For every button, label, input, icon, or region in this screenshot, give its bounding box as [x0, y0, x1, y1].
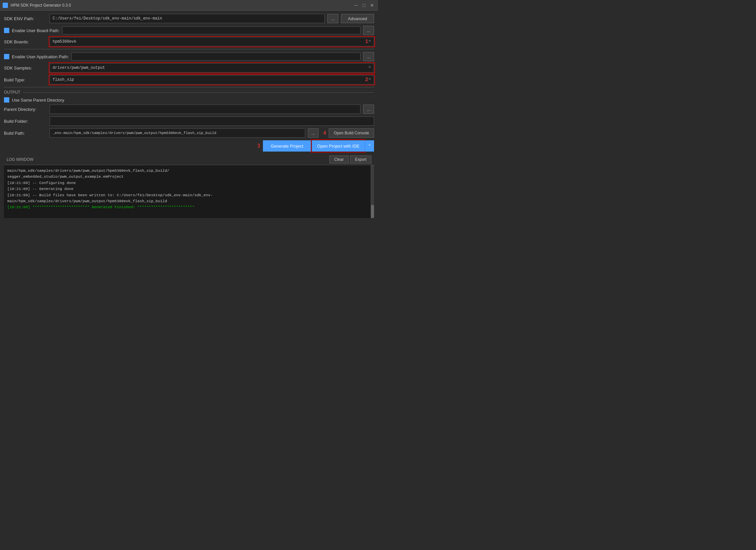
- build-type-badge: 2: [365, 77, 368, 83]
- sdk-env-label: SDK ENV Path:: [4, 16, 47, 21]
- log-section: LOG WINDOW Clear Export main/hpm_sdk/sam…: [4, 154, 374, 218]
- log-window: main/hpm_sdk/samples/drivers/pwm/pwm_out…: [4, 165, 371, 218]
- window-title: HPM SDK Project Generator 0.3.0: [11, 3, 353, 8]
- user-board-label: Enable User Board Path:: [12, 28, 60, 33]
- log-line-5: [19:21:09] -- Build files have been writ…: [7, 192, 367, 204]
- user-app-label: Enable User Application Path:: [12, 54, 69, 59]
- output-title: OUTPUT: [4, 90, 20, 95]
- sdk-samples-chevron-icon: ⌃: [368, 65, 371, 71]
- build-type-label: Build Type:: [4, 77, 47, 82]
- generate-project-button[interactable]: Generate Project: [263, 140, 311, 151]
- open-project-group: Open Project with IDE ⌃: [312, 140, 374, 151]
- build-path-browse-button[interactable]: ...: [308, 128, 319, 138]
- build-type-row: Build Type: flash_xip 2 ⌃: [4, 75, 374, 84]
- user-board-checkbox[interactable]: [4, 28, 9, 33]
- title-bar: HPM SDK Project Generator 0.3.0 ─ □ ✕: [0, 0, 378, 11]
- sdk-boards-chevron-icon: ⌃: [368, 39, 371, 45]
- open-build-console-button[interactable]: Open Build Console: [329, 128, 374, 138]
- window-controls: ─ □ ✕: [353, 2, 375, 9]
- app-icon: [3, 3, 8, 8]
- build-folder-label: Build Folder:: [4, 119, 47, 124]
- minimize-button[interactable]: ─: [353, 2, 359, 9]
- log-header: LOG WINDOW Clear Export: [4, 154, 374, 165]
- log-buttons: Clear Export: [329, 155, 371, 163]
- build-path-label: Build Path:: [4, 131, 47, 136]
- user-board-browse-button[interactable]: ...: [363, 26, 374, 35]
- clear-button[interactable]: Clear: [329, 155, 349, 163]
- log-outer: main/hpm_sdk/samples/drivers/pwm/pwm_out…: [4, 165, 374, 218]
- sdk-samples-value: drivers/pwm/pwm_output: [53, 65, 368, 70]
- log-line-green: [19:21:09] ************************* Gen…: [7, 204, 367, 210]
- output-header: OUTPUT: [4, 90, 374, 95]
- log-line-4: [19:21:09] -- Generating done: [7, 186, 367, 192]
- parent-directory-input[interactable]: [50, 105, 360, 114]
- main-content: SDK ENV Path: ... Advanced Enable User B…: [0, 11, 378, 221]
- log-line-1: main/hpm_sdk/samples/drivers/pwm/pwm_out…: [7, 168, 367, 174]
- sdk-boards-row: SDK Boards: hpm5300evk 1 ⌃: [4, 37, 374, 46]
- user-app-checkbox[interactable]: [4, 54, 9, 59]
- scrollbar-thumb[interactable]: [371, 205, 374, 218]
- parent-directory-browse-button[interactable]: ...: [363, 105, 374, 114]
- same-parent-checkbox[interactable]: [4, 97, 9, 103]
- user-board-section: Enable User Board Path: ...: [4, 26, 374, 35]
- build-type-value: flash_xip: [53, 77, 363, 82]
- parent-directory-label: Parent Directory:: [4, 107, 47, 112]
- build-folder-row: Build Folder:: [4, 116, 374, 126]
- maximize-button[interactable]: □: [361, 2, 367, 9]
- build-type-select[interactable]: flash_xip 2 ⌃: [50, 75, 374, 84]
- same-parent-section: Use Same Parent Directory: [4, 97, 374, 103]
- close-button[interactable]: ✕: [369, 2, 375, 9]
- sdk-env-input[interactable]: [50, 14, 325, 23]
- build-type-chevron-icon: ⌃: [368, 77, 371, 83]
- log-scrollbar[interactable]: [371, 165, 374, 218]
- sdk-env-row: SDK ENV Path: ... Advanced: [4, 14, 374, 23]
- user-app-section: Enable User Application Path: ...: [4, 52, 374, 61]
- buttons-badge: 3: [257, 143, 260, 149]
- sdk-samples-select[interactable]: drivers/pwm/pwm_output ⌃: [50, 63, 374, 72]
- sdk-boards-value: hpm5300evk: [53, 39, 363, 44]
- sdk-boards-label: SDK Boards:: [4, 39, 47, 44]
- user-app-browse-button[interactable]: ...: [363, 52, 374, 61]
- sdk-boards-badge: 1: [365, 39, 368, 45]
- sdk-samples-row: SDK Samples: drivers/pwm/pwm_output ⌃: [4, 63, 374, 72]
- parent-directory-row: Parent Directory: ...: [4, 105, 374, 114]
- build-path-badge: 4: [323, 130, 326, 136]
- log-line-2: segger_embedded_studio/pwm_output_exampl…: [7, 174, 367, 180]
- log-line-3: [19:21:09] -- Configuring done: [7, 180, 367, 186]
- sdk-boards-select[interactable]: hpm5300evk 1 ⌃: [50, 37, 374, 46]
- open-project-button[interactable]: Open Project with IDE: [312, 140, 365, 151]
- same-parent-label: Use Same Parent Directory: [12, 98, 64, 103]
- log-window-title: LOG WINDOW: [7, 157, 33, 162]
- advanced-button[interactable]: Advanced: [341, 14, 374, 23]
- build-path-row: Build Path: ... 4 Open Build Console: [4, 128, 374, 138]
- sdk-env-browse-button[interactable]: ...: [327, 14, 338, 23]
- build-folder-input[interactable]: [50, 116, 374, 126]
- export-button[interactable]: Export: [350, 155, 371, 163]
- open-project-dropdown-button[interactable]: ⌃: [365, 140, 374, 151]
- sdk-samples-label: SDK Samples:: [4, 65, 47, 70]
- build-path-input[interactable]: [50, 128, 305, 138]
